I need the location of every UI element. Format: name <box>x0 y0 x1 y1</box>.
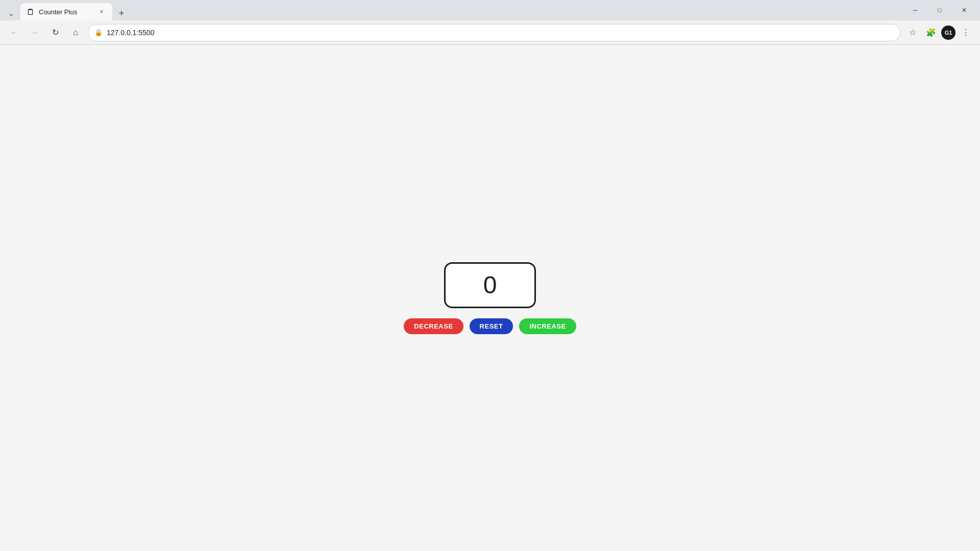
lock-icon: 🔒 <box>94 29 103 36</box>
window-controls: ─ □ ✕ <box>903 2 976 19</box>
tab-title: Counter Plus <box>39 8 93 16</box>
tab-close-button[interactable]: × <box>97 7 106 16</box>
reload-button[interactable]: ↻ <box>47 24 63 41</box>
active-tab[interactable]: 🗒 Counter Plus × <box>20 3 112 20</box>
home-button[interactable]: ⌂ <box>67 24 84 41</box>
browser-chrome: ⌄ 🗒 Counter Plus × + ─ □ ✕ ← → ↻ ⌂ 🔒 ☆ 🧩… <box>0 0 980 45</box>
counter-value: 0 <box>483 271 497 299</box>
forward-button[interactable]: → <box>27 24 43 41</box>
profile-avatar[interactable]: G1 <box>941 26 955 40</box>
page-content: 0 DECREASE RESET INCREASE <box>0 45 980 551</box>
address-bar-container[interactable]: 🔒 <box>88 24 900 41</box>
more-button[interactable]: ⋮ <box>958 24 974 41</box>
decrease-button[interactable]: DECREASE <box>404 318 463 334</box>
counter-display: 0 <box>444 262 536 308</box>
nav-right-buttons: ☆ 🧩 G1 ⋮ <box>904 24 974 41</box>
new-tab-button[interactable]: + <box>114 6 129 20</box>
nav-bar: ← → ↻ ⌂ 🔒 ☆ 🧩 G1 ⋮ <box>0 20 980 45</box>
reset-button[interactable]: RESET <box>470 318 513 334</box>
counter-buttons: DECREASE RESET INCREASE <box>404 318 576 334</box>
back-button[interactable]: ← <box>6 24 22 41</box>
increase-button[interactable]: INCREASE <box>519 318 576 334</box>
bookmark-button[interactable]: ☆ <box>904 24 921 41</box>
tab-list-button[interactable]: ⌄ <box>4 6 18 20</box>
minimize-button[interactable]: ─ <box>903 2 927 19</box>
tab-bar: ⌄ 🗒 Counter Plus × + <box>4 0 895 20</box>
extension-button[interactable]: 🧩 <box>923 24 939 41</box>
close-button[interactable]: ✕ <box>952 2 976 19</box>
address-bar[interactable] <box>107 29 894 37</box>
tab-favicon-icon: 🗒 <box>27 8 35 16</box>
maximize-button[interactable]: □ <box>928 2 951 19</box>
title-bar: ⌄ 🗒 Counter Plus × + ─ □ ✕ <box>0 0 980 20</box>
